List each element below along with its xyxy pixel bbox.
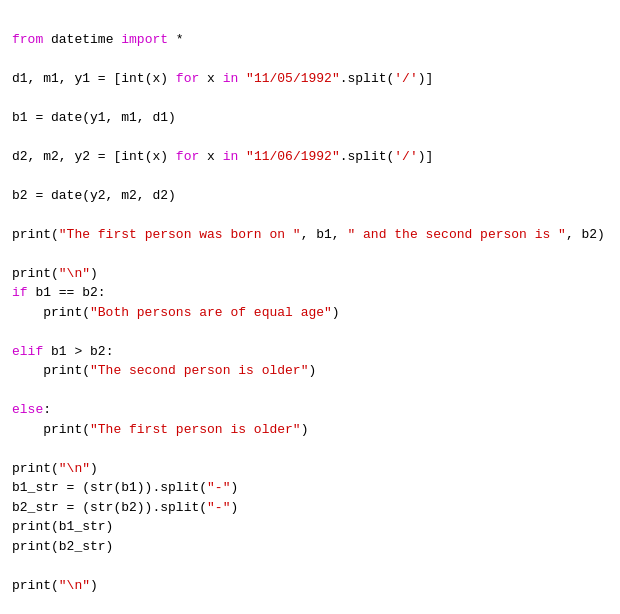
line-10: elif b1 > b2: xyxy=(12,344,113,359)
line-2: d1, m1, y1 = [int(x) for x in "11/05/199… xyxy=(12,71,433,86)
line-1: from datetime import * xyxy=(12,32,184,47)
line-3: b1 = date(y1, m1, d1) xyxy=(12,110,176,125)
line-11: print("The second person is older") xyxy=(12,363,316,378)
line-9: print("Both persons are of equal age") xyxy=(12,305,340,320)
line-5: b2 = date(y2, m2, d2) xyxy=(12,188,176,203)
line-15: b1_str = (str(b1)).split("-") xyxy=(12,480,238,495)
line-8: if b1 == b2: xyxy=(12,285,106,300)
line-17: print(b1_str) xyxy=(12,519,113,534)
line-12: else: xyxy=(12,402,51,417)
line-6: print("The first person was born on ", b… xyxy=(12,227,605,242)
code-editor: from datetime import * d1, m1, y1 = [int… xyxy=(12,10,608,614)
line-18: print(b2_str) xyxy=(12,539,113,554)
line-7: print("\n") xyxy=(12,266,98,281)
line-19: print("\n") xyxy=(12,578,98,593)
line-14: print("\n") xyxy=(12,461,98,476)
line-16: b2_str = (str(b2)).split("-") xyxy=(12,500,238,515)
line-13: print("The first person is older") xyxy=(12,422,308,437)
line-4: d2, m2, y2 = [int(x) for x in "11/06/199… xyxy=(12,149,433,164)
